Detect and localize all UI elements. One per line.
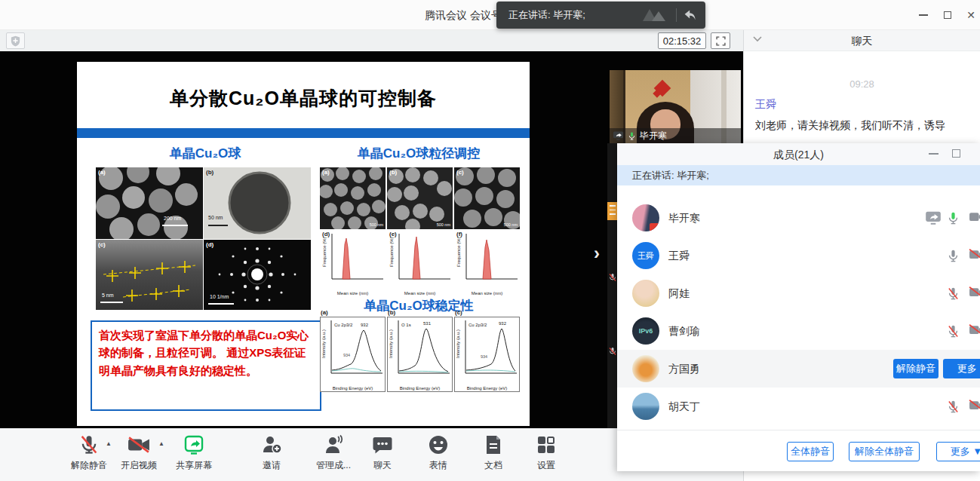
member-row[interactable]: 胡天丁 <box>617 388 980 425</box>
member-sharing-icon[interactable] <box>925 211 942 225</box>
scale-label: 500 nm <box>504 222 518 227</box>
member-row[interactable]: IPv6 曹剑瑜 <box>617 312 980 350</box>
footer-more-button[interactable]: 更多 ▼ <box>936 442 980 461</box>
hrtem-image-c: (c) 5 nm <box>96 240 203 310</box>
video-options-caret[interactable]: ▲ <box>158 440 164 447</box>
camera-off-icon[interactable] <box>969 249 980 261</box>
histogram-f: Frequence (%) (f) Mean size (nm) <box>454 231 520 296</box>
scale-label: 10 1/nm <box>210 294 229 299</box>
xps-spectrum-a: Cu 2p3/2932934Intensity (a.u.) (a) Bindi… <box>320 317 386 392</box>
member-row[interactable]: 方国勇 解除静音 更多 ▼ <box>617 350 980 388</box>
avatar-text: IPv6 <box>632 317 659 345</box>
svg-text:O 1s: O 1s <box>401 323 411 327</box>
unmute-all-button[interactable]: 解除全体静音 <box>849 442 920 461</box>
sem-image-a: (a) 200 nm <box>96 167 203 239</box>
svg-text:934: 934 <box>343 353 350 357</box>
members-maximize-button[interactable] <box>952 149 960 158</box>
xps-xlabel: Binding Energy (eV) <box>388 386 452 391</box>
scale-bar <box>208 225 228 226</box>
mic-muted-icon[interactable] <box>947 286 960 301</box>
panel-label: (b) <box>388 309 395 316</box>
mic-muted-icon[interactable] <box>947 400 960 414</box>
panel-label: (c) <box>98 241 106 248</box>
window-close-button[interactable]: ✕ <box>963 8 979 23</box>
chat-timestamp: 09:28 <box>744 78 980 90</box>
member-row[interactable]: 王舜 王舜 <box>617 237 980 274</box>
mic-on-icon[interactable] <box>947 249 960 263</box>
svg-text:Cu 2p3/2: Cu 2p3/2 <box>468 323 487 327</box>
scale-label: 500 nm <box>370 222 383 227</box>
screen-share-icon <box>613 131 624 140</box>
video-tile-speaker[interactable]: 毕开寒 <box>610 70 741 143</box>
member-name: 方国勇 <box>668 350 700 388</box>
security-shield-button[interactable] <box>6 32 25 49</box>
slide-title: 单分散Cu₂O单晶球的可控制备 <box>77 86 530 111</box>
members-minimize-button[interactable] <box>929 153 939 155</box>
panel-label: (e) <box>389 231 397 237</box>
panel-label: (a) <box>98 169 106 176</box>
scale-label: 200 nm <box>164 216 181 221</box>
window-maximize-button[interactable] <box>939 8 956 23</box>
histogram-row: Frequence (%) (d) Mean size (nm) Frequen… <box>320 231 520 296</box>
camera-off-icon[interactable] <box>969 400 980 412</box>
camera-off-icon[interactable] <box>969 324 980 336</box>
member-unmute-button[interactable]: 解除静音 <box>893 359 939 378</box>
panel-label: (d) <box>322 231 330 237</box>
mic-muted-icon[interactable] <box>947 324 960 339</box>
member-row[interactable]: 毕开寒 <box>617 199 980 237</box>
share-screen-button[interactable]: 共享屏幕 <box>167 433 221 472</box>
manage-members-button[interactable]: 管理成... <box>306 433 361 472</box>
invite-person-icon <box>261 434 282 455</box>
expand-video-strip-button[interactable]: › <box>588 243 605 265</box>
reply-arrow-icon[interactable] <box>683 8 698 22</box>
mic-active-icon <box>628 131 636 141</box>
window-minimize-button[interactable] <box>915 8 932 23</box>
panel-label: (a) <box>321 309 328 316</box>
mic-muted-icon <box>608 273 617 282</box>
camera-off-icon[interactable] <box>969 286 980 299</box>
summary-box: 首次实现了室温下单分散的单晶Cu₂O实心球的制备，且粒径可调。 通过XPS表征证… <box>91 320 321 411</box>
avatar <box>632 355 659 382</box>
unmute-button[interactable]: 解除静音 <box>62 433 116 472</box>
svg-text:Frequence (%): Frequence (%) <box>389 237 394 267</box>
video-strip-sliver <box>607 143 618 428</box>
slide-divider-bar <box>77 128 530 138</box>
avatar: IPv6 <box>632 317 659 345</box>
docs-button[interactable]: 文档 <box>466 433 521 472</box>
notification-badge <box>607 202 618 220</box>
camera-on-icon[interactable] <box>969 211 980 223</box>
scale-bar <box>100 302 123 303</box>
mute-all-button[interactable]: 全体静音 <box>787 442 834 461</box>
hist-xlabel: Mean size (nm) <box>320 291 386 296</box>
meeting-info-bar: 02:15:32 <box>0 30 743 51</box>
emoji-button[interactable]: 表情 <box>411 433 465 472</box>
settings-button[interactable]: 设置 <box>519 433 573 472</box>
mic-options-caret[interactable]: ▲ <box>106 440 112 447</box>
mic-speaking-icon[interactable] <box>947 211 960 225</box>
speaking-banner: 正在讲话: 毕开寒; <box>617 165 980 185</box>
settings-grid-icon <box>536 435 556 455</box>
chat-button[interactable]: 聊天 <box>355 433 410 472</box>
share-screen-label: 共享屏幕 <box>167 459 221 472</box>
members-title: 成员(21人) <box>617 149 980 162</box>
mic-muted-icon <box>78 434 100 455</box>
panel-label: (c) <box>456 169 464 176</box>
start-video-button[interactable]: 开启视频 <box>112 433 166 472</box>
member-more-button[interactable]: 更多 ▼ <box>943 359 980 378</box>
scale-label: 5 nm <box>102 293 114 298</box>
fullscreen-button[interactable] <box>711 32 730 49</box>
tencent-meeting-window: 腾讯会议 会议号 ✕ 正在讲话: 毕开寒; 02:15:32 单分散Cu₂O单晶… <box>0 0 980 481</box>
avatar <box>632 280 659 307</box>
member-name: 毕开寒 <box>668 199 700 237</box>
meeting-logo-icon <box>640 7 670 23</box>
settings-label: 设置 <box>519 459 573 472</box>
member-row[interactable]: 阿娃 <box>617 274 980 312</box>
member-name: 阿娃 <box>668 274 690 312</box>
chat-bubble-icon <box>372 434 393 455</box>
tem-image-b: (b) 50 nm <box>204 167 311 239</box>
invite-button[interactable]: 邀请 <box>244 433 299 472</box>
toast-divider <box>676 8 677 22</box>
svg-text:Intensity (a.u.): Intensity (a.u.) <box>456 329 460 358</box>
speaking-toast: 正在讲话: 毕开寒; <box>496 2 705 29</box>
panel-label: (f) <box>456 231 462 237</box>
